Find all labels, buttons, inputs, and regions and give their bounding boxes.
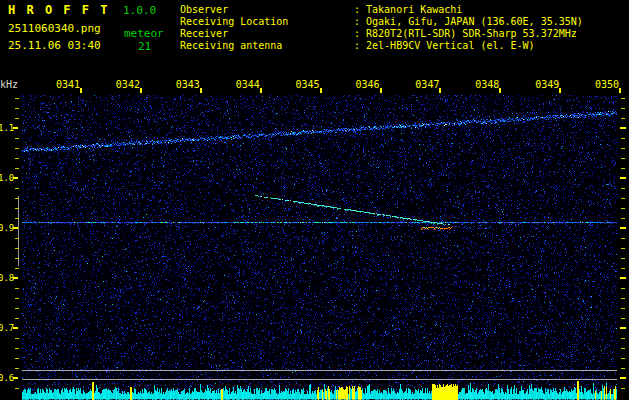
freq-major-tick: [13, 327, 18, 329]
freq-minor-tick: [15, 288, 19, 289]
freq-minor-tick-right: [621, 218, 625, 219]
info-label: Receiving antenna: [180, 40, 354, 52]
time-tick-mark: [559, 88, 561, 93]
freq-major-tick: [13, 377, 18, 379]
freq-minor-tick-right: [621, 148, 625, 149]
freq-minor-tick: [15, 248, 19, 249]
station-info: Observer: Takanori KawachiReceiving Loca…: [180, 4, 583, 52]
time-tick-mark: [200, 88, 202, 93]
freq-minor-tick: [15, 138, 19, 139]
freq-minor-tick-right: [621, 188, 625, 189]
freq-minor-tick-right: [621, 238, 625, 239]
freq-major-tick: [13, 127, 18, 129]
time-tick-label: 0348: [467, 79, 507, 90]
freq-tick-label: 0.9: [0, 223, 14, 233]
time-tick-label: 0345: [288, 79, 328, 90]
info-value: : Ogaki, Gifu, JAPAN (136.60E, 35.35N): [354, 16, 583, 28]
info-value: : 2el-HB9CV Vertical (el. E-W): [354, 40, 535, 52]
freq-minor-tick: [15, 308, 19, 309]
freq-major-tick: [13, 277, 18, 279]
freq-minor-tick-right: [621, 368, 625, 369]
time-tick-mark: [380, 88, 382, 93]
time-tick-label: 0344: [228, 79, 268, 90]
freq-minor-tick: [15, 188, 19, 189]
time-tick-label: 0341: [48, 79, 88, 90]
time-tick-label: 0346: [348, 79, 388, 90]
output-filename: 2511060340.png: [8, 22, 101, 35]
freq-minor-tick: [15, 108, 19, 109]
freq-minor-tick-right: [621, 358, 625, 359]
info-label: Observer: [180, 4, 354, 16]
time-tick-mark: [260, 88, 262, 93]
time-tick-mark: [320, 88, 322, 93]
station-info-row: Receiver: R820T2(RTL-SDR) SDR-Sharp 53.3…: [180, 28, 583, 40]
freq-minor-tick-right: [621, 98, 625, 99]
freq-minor-tick: [15, 238, 19, 239]
freq-major-tick-right: [620, 327, 626, 329]
time-tick-mark: [439, 88, 441, 93]
freq-minor-tick-right: [621, 258, 625, 259]
freq-minor-tick-right: [621, 158, 625, 159]
freq-minor-tick: [15, 168, 19, 169]
freq-minor-tick-right: [621, 108, 625, 109]
spectrogram-canvas: [22, 95, 617, 400]
station-info-row: Receiving Location: Ogaki, Gifu, JAPAN (…: [180, 16, 583, 28]
time-tick-label: 0347: [407, 79, 447, 90]
freq-major-tick-right: [620, 227, 626, 229]
freq-minor-tick: [15, 318, 19, 319]
freq-minor-tick-right: [621, 208, 625, 209]
freq-minor-tick: [15, 118, 19, 119]
freq-major-tick-right: [620, 177, 626, 179]
freq-minor-tick-right: [621, 138, 625, 139]
detection-range-marker: [18, 196, 19, 266]
freq-minor-tick: [15, 218, 19, 219]
freq-minor-tick: [15, 198, 19, 199]
info-value: : R820T2(RTL-SDR) SDR-Sharp 53.372MHz: [354, 28, 577, 40]
time-tick-label: 0349: [527, 79, 567, 90]
freq-minor-tick: [15, 338, 19, 339]
freq-minor-tick-right: [621, 248, 625, 249]
freq-major-tick: [13, 177, 18, 179]
freq-minor-tick: [15, 148, 19, 149]
info-label: Receiver: [180, 28, 354, 40]
freq-minor-tick: [15, 368, 19, 369]
freq-minor-tick-right: [621, 268, 625, 269]
freq-minor-tick-right: [621, 308, 625, 309]
app-title: H R O F F T: [8, 3, 109, 17]
app-version: 1.0.0: [123, 4, 156, 17]
freq-major-tick: [13, 227, 18, 229]
info-value: : Takanori Kawachi: [354, 4, 462, 16]
freq-minor-tick: [15, 298, 19, 299]
freq-minor-tick: [15, 98, 19, 99]
freq-major-tick-right: [620, 277, 626, 279]
freq-minor-tick: [15, 348, 19, 349]
date-time: 25.11.06 03:40: [8, 39, 101, 52]
freq-minor-tick: [15, 358, 19, 359]
time-tick-mark: [619, 88, 621, 93]
freq-tick-label: 0.6: [0, 373, 14, 383]
time-tick-label: 0342: [108, 79, 148, 90]
info-label: Receiving Location: [180, 16, 354, 28]
freq-minor-tick-right: [621, 288, 625, 289]
meteor-count: 21: [138, 40, 151, 53]
freq-minor-tick-right: [621, 348, 625, 349]
freq-major-tick-right: [620, 127, 626, 129]
mode-label: meteor: [124, 27, 164, 40]
hrofft-spectrogram-window: H R O F F T 1.0.0 2511060340.png meteor …: [0, 0, 629, 400]
freq-minor-tick: [15, 158, 19, 159]
time-tick-mark: [80, 88, 82, 93]
freq-minor-tick-right: [621, 318, 625, 319]
freq-tick-label: 1.1: [0, 123, 14, 133]
freq-minor-tick-right: [621, 298, 625, 299]
freq-major-tick-right: [620, 377, 626, 379]
freq-tick-label: 0.8: [0, 273, 14, 283]
freq-minor-tick-right: [621, 168, 625, 169]
freq-tick-label: 1.0: [0, 173, 14, 183]
freq-minor-tick: [15, 208, 19, 209]
station-info-row: Receiving antenna: 2el-HB9CV Vertical (e…: [180, 40, 583, 52]
freq-minor-tick-right: [621, 388, 625, 389]
freq-minor-tick: [15, 388, 19, 389]
freq-minor-tick: [15, 258, 19, 259]
time-tick-label: 0350: [587, 79, 627, 90]
freq-minor-tick-right: [621, 198, 625, 199]
